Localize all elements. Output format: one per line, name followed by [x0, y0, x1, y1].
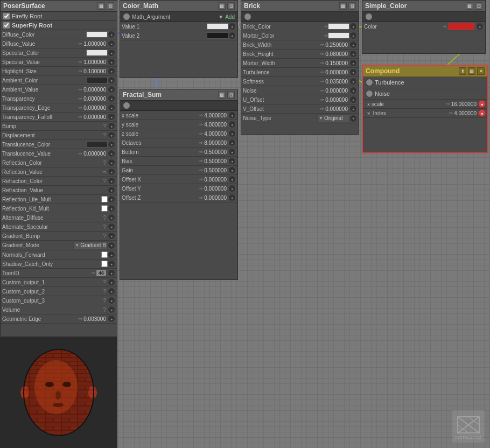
- color-math-icon-2[interactable]: ⊡: [227, 2, 235, 10]
- value1-connector[interactable]: ●: [228, 23, 236, 30]
- highlight-connector[interactable]: ●: [108, 67, 115, 75]
- compound-turbulence-circle[interactable]: [366, 79, 373, 86]
- shadow-catch-connector[interactable]: ●: [108, 260, 115, 268]
- normals-forward-checkbox[interactable]: [101, 251, 108, 258]
- bump-connector[interactable]: ●: [108, 122, 115, 130]
- noise-type-connector[interactable]: ●: [349, 115, 357, 122]
- superfly-checkbox[interactable]: [3, 22, 10, 29]
- fractal-icon-2[interactable]: ⊡: [227, 91, 235, 99]
- custom-output-3-connector[interactable]: ●: [108, 297, 115, 304]
- alt-specular-connector[interactable]: ●: [108, 223, 115, 230]
- reflection-lite-mult-checkbox[interactable]: [101, 196, 108, 202]
- panel-icon-2[interactable]: ⊡: [107, 2, 114, 10]
- simple-color-swatch[interactable]: [448, 23, 475, 30]
- softness-connector[interactable]: ●: [349, 78, 357, 85]
- fractal-circle[interactable]: [123, 102, 130, 109]
- reflection-color-connector[interactable]: ●: [108, 159, 115, 166]
- simple-color-connector[interactable]: ●: [476, 23, 484, 30]
- brick-icon-1[interactable]: ▤: [339, 2, 347, 10]
- translucence-value-connector[interactable]: ●: [108, 150, 115, 157]
- ref-lite-mult-connector[interactable]: ●: [108, 195, 115, 203]
- fractal-zscale-connector[interactable]: ●: [228, 130, 236, 137]
- custom-output-2-connector[interactable]: ●: [108, 288, 115, 295]
- specular-color-connector[interactable]: ●: [108, 49, 115, 57]
- reflection-value-connector[interactable]: ●: [108, 168, 115, 176]
- alt-diffuse-connector[interactable]: ●: [108, 214, 115, 221]
- compound-xscale-connector[interactable]: ●: [478, 100, 486, 108]
- value1-swatch[interactable]: [207, 23, 228, 30]
- simple-color-icon-1[interactable]: ▤: [466, 2, 473, 10]
- reflection-kd-mult-checkbox[interactable]: [101, 205, 108, 212]
- ref-kd-mult-connector[interactable]: ●: [108, 205, 115, 212]
- mortar-color-swatch[interactable]: [328, 32, 349, 39]
- ambient-value-connector[interactable]: ●: [108, 86, 115, 93]
- translucence-color-connector[interactable]: ●: [108, 141, 115, 148]
- fractal-octaves-connector[interactable]: ●: [228, 139, 236, 146]
- compound-icon-close[interactable]: ✕: [477, 67, 485, 75]
- compound-icon-list[interactable]: ▤: [468, 67, 475, 75]
- specular-color-swatch[interactable]: [86, 50, 108, 56]
- simple-color-circle[interactable]: [365, 13, 373, 20]
- compound-noise-row[interactable]: Noise: [363, 88, 487, 100]
- value2-swatch[interactable]: [207, 32, 228, 39]
- simple-color-title[interactable]: Simple_Color ▤ ⊡: [362, 1, 485, 12]
- fractal-offsetz-connector[interactable]: ●: [228, 194, 236, 201]
- custom-output-1-connector[interactable]: ●: [108, 278, 115, 286]
- firefly-checkbox[interactable]: [3, 13, 10, 19]
- poser-panel-title[interactable]: PoserSurface ▤ ⊡: [1, 1, 117, 12]
- refraction-color-connector[interactable]: ●: [108, 177, 115, 185]
- toon-id-connector[interactable]: ●: [108, 269, 115, 277]
- specular-value-connector[interactable]: ●: [108, 58, 115, 66]
- superfly-root-row[interactable]: SuperFly Root: [1, 21, 117, 30]
- firefly-root-row[interactable]: Firefly Root: [1, 12, 117, 21]
- brick-color-swatch[interactable]: [328, 23, 349, 30]
- compound-turbulence-row[interactable]: Turbulence: [363, 77, 487, 88]
- fractal-gain-connector[interactable]: ●: [228, 166, 236, 174]
- brick-circle[interactable]: [244, 13, 251, 20]
- transparency-connector[interactable]: ●: [108, 95, 115, 102]
- ambient-color-swatch[interactable]: [86, 77, 108, 83]
- simple-color-icon-2[interactable]: ⊡: [475, 2, 482, 10]
- compound-title[interactable]: Compound ⬆ ▤ ✕: [363, 66, 487, 77]
- displacement-connector[interactable]: ●: [108, 131, 115, 139]
- diffuse-color-swatch[interactable]: [86, 31, 108, 38]
- brick-height-connector[interactable]: ●: [349, 50, 357, 58]
- fractal-bottom-connector[interactable]: ●: [228, 148, 236, 156]
- fractal-offsety-connector[interactable]: ●: [228, 185, 236, 192]
- brick-icon-2[interactable]: ⊡: [348, 2, 356, 10]
- brick-noise-connector[interactable]: ●: [349, 87, 357, 94]
- trans-falloff-connector[interactable]: ●: [108, 113, 115, 121]
- fractal-icon-1[interactable]: ▤: [218, 91, 226, 99]
- brick-turbulence-connector[interactable]: ●: [349, 68, 357, 76]
- compound-noise-circle[interactable]: [366, 90, 373, 97]
- value2-connector[interactable]: ●: [228, 32, 236, 39]
- normals-forward-connector[interactable]: ●: [108, 251, 115, 258]
- fractal-offsetx-connector[interactable]: ●: [228, 176, 236, 183]
- fractal-yscale-connector[interactable]: ●: [228, 121, 236, 128]
- noise-type-dropdown[interactable]: ▼ Original: [317, 114, 349, 122]
- color-math-title[interactable]: Color_Math ▤ ⊡: [120, 1, 237, 12]
- panel-icon-1[interactable]: ▤: [97, 2, 105, 10]
- brick-title[interactable]: Brick ▤ ⊡: [241, 1, 359, 12]
- trans-edge-connector[interactable]: ●: [108, 104, 115, 111]
- diffuse-value-connector[interactable]: ●: [108, 40, 115, 47]
- color-math-icon-1[interactable]: ▤: [218, 2, 226, 10]
- volume-connector[interactable]: ●: [108, 306, 115, 313]
- v-offset-connector[interactable]: ●: [349, 105, 357, 113]
- fractal-bias-connector[interactable]: ●: [228, 157, 236, 165]
- gradient-mode-connector[interactable]: ●: [108, 242, 115, 249]
- refraction-value-connector[interactable]: ●: [108, 186, 115, 194]
- mortar-width-connector[interactable]: ●: [349, 59, 357, 67]
- compound-icon-upload[interactable]: ⬆: [459, 67, 466, 75]
- gradient-bump-connector[interactable]: ●: [108, 232, 115, 240]
- brick-color-connector[interactable]: ●: [349, 23, 357, 30]
- color-math-circle[interactable]: [123, 13, 130, 20]
- u-offset-connector[interactable]: ●: [349, 96, 357, 103]
- translucence-swatch[interactable]: [86, 141, 108, 148]
- compound-xindex-connector[interactable]: ●: [478, 109, 486, 117]
- mortar-color-connector[interactable]: ●: [349, 32, 357, 39]
- geometric-edge-connector[interactable]: ●: [108, 315, 115, 323]
- fractal-xscale-connector[interactable]: ●: [228, 111, 236, 119]
- shadow-catch-checkbox[interactable]: [101, 261, 108, 267]
- brick-width-connector[interactable]: ●: [349, 41, 357, 48]
